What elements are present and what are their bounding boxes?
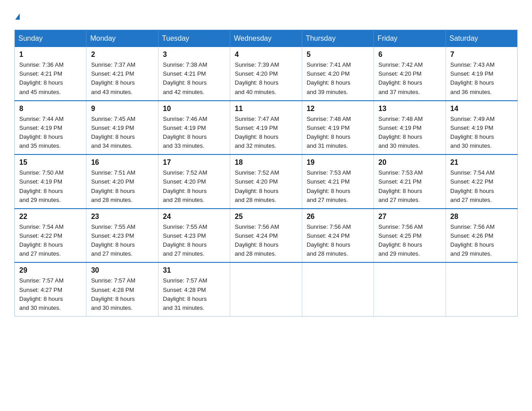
day-number: 27 (378, 213, 441, 221)
day-number: 5 (307, 51, 369, 59)
calendar-cell: 11 Sunrise: 7:47 AMSunset: 4:19 PMDaylig… (230, 101, 302, 155)
calendar-week-row: 8 Sunrise: 7:44 AMSunset: 4:19 PMDayligh… (15, 101, 518, 155)
day-info: Sunrise: 7:57 AMSunset: 4:27 PMDaylight:… (19, 277, 64, 311)
calendar-week-row: 22 Sunrise: 7:54 AMSunset: 4:22 PMDaylig… (15, 209, 518, 263)
day-number: 4 (235, 51, 297, 59)
calendar-cell: 8 Sunrise: 7:44 AMSunset: 4:19 PMDayligh… (15, 101, 86, 155)
day-info: Sunrise: 7:50 AMSunset: 4:19 PMDaylight:… (19, 169, 64, 203)
weekday-header-saturday: Saturday (446, 30, 517, 47)
calendar-cell: 3 Sunrise: 7:38 AMSunset: 4:21 PMDayligh… (158, 47, 230, 101)
calendar-cell: 22 Sunrise: 7:54 AMSunset: 4:22 PMDaylig… (15, 209, 86, 263)
day-info: Sunrise: 7:51 AMSunset: 4:20 PMDaylight:… (91, 169, 135, 203)
logo (14, 11, 20, 21)
calendar-cell: 18 Sunrise: 7:52 AMSunset: 4:20 PMDaylig… (230, 154, 302, 209)
calendar-week-row: 29 Sunrise: 7:57 AMSunset: 4:27 PMDaylig… (15, 262, 518, 316)
calendar-cell: 26 Sunrise: 7:56 AMSunset: 4:24 PMDaylig… (302, 209, 373, 263)
day-number: 28 (450, 213, 513, 221)
day-info: Sunrise: 7:52 AMSunset: 4:20 PMDaylight:… (235, 169, 279, 203)
logo-triangle-icon (15, 13, 20, 20)
day-number: 16 (91, 158, 153, 167)
calendar-cell: 16 Sunrise: 7:51 AMSunset: 4:20 PMDaylig… (86, 154, 158, 209)
page-header (14, 11, 518, 21)
day-info: Sunrise: 7:44 AMSunset: 4:19 PMDaylight:… (19, 116, 64, 149)
calendar-week-row: 1 Sunrise: 7:36 AMSunset: 4:21 PMDayligh… (15, 47, 518, 101)
calendar-cell: 10 Sunrise: 7:46 AMSunset: 4:19 PMDaylig… (158, 101, 230, 155)
day-number: 25 (235, 213, 297, 221)
day-number: 29 (19, 266, 82, 274)
day-info: Sunrise: 7:39 AMSunset: 4:20 PMDaylight:… (235, 61, 279, 95)
day-info: Sunrise: 7:52 AMSunset: 4:20 PMDaylight:… (163, 169, 207, 203)
day-info: Sunrise: 7:46 AMSunset: 4:19 PMDaylight:… (163, 116, 207, 149)
day-number: 10 (163, 105, 225, 113)
day-number: 8 (19, 105, 82, 113)
day-info: Sunrise: 7:56 AMSunset: 4:24 PMDaylight:… (307, 223, 351, 257)
day-number: 26 (307, 213, 369, 221)
day-info: Sunrise: 7:48 AMSunset: 4:19 PMDaylight:… (378, 116, 423, 149)
calendar-cell: 24 Sunrise: 7:55 AMSunset: 4:23 PMDaylig… (158, 209, 230, 263)
day-info: Sunrise: 7:37 AMSunset: 4:21 PMDaylight:… (91, 61, 135, 95)
day-number: 2 (91, 51, 153, 59)
calendar-cell: 23 Sunrise: 7:55 AMSunset: 4:23 PMDaylig… (86, 209, 158, 263)
day-info: Sunrise: 7:54 AMSunset: 4:22 PMDaylight:… (450, 169, 495, 203)
day-number: 11 (235, 105, 297, 113)
calendar-cell (230, 262, 302, 316)
calendar-cell: 17 Sunrise: 7:52 AMSunset: 4:20 PMDaylig… (158, 154, 230, 209)
day-info: Sunrise: 7:49 AMSunset: 4:19 PMDaylight:… (450, 116, 495, 149)
day-info: Sunrise: 7:41 AMSunset: 4:20 PMDaylight:… (307, 61, 351, 95)
calendar-cell: 14 Sunrise: 7:49 AMSunset: 4:19 PMDaylig… (446, 101, 517, 155)
calendar-cell (374, 262, 446, 316)
day-number: 1 (19, 51, 82, 59)
calendar-cell: 28 Sunrise: 7:56 AMSunset: 4:26 PMDaylig… (446, 209, 517, 263)
calendar-cell: 31 Sunrise: 7:57 AMSunset: 4:28 PMDaylig… (158, 262, 230, 316)
calendar-cell: 2 Sunrise: 7:37 AMSunset: 4:21 PMDayligh… (86, 47, 158, 101)
day-number: 9 (91, 105, 153, 113)
calendar-cell: 30 Sunrise: 7:57 AMSunset: 4:28 PMDaylig… (86, 262, 158, 316)
calendar-cell: 7 Sunrise: 7:43 AMSunset: 4:19 PMDayligh… (446, 47, 517, 101)
day-info: Sunrise: 7:38 AMSunset: 4:21 PMDaylight:… (163, 61, 207, 95)
day-info: Sunrise: 7:56 AMSunset: 4:25 PMDaylight:… (378, 223, 423, 257)
day-info: Sunrise: 7:56 AMSunset: 4:24 PMDaylight:… (235, 223, 279, 257)
weekday-header-thursday: Thursday (302, 30, 373, 47)
day-number: 6 (378, 51, 441, 59)
calendar-cell: 29 Sunrise: 7:57 AMSunset: 4:27 PMDaylig… (15, 262, 86, 316)
day-info: Sunrise: 7:56 AMSunset: 4:26 PMDaylight:… (450, 223, 495, 257)
day-info: Sunrise: 7:36 AMSunset: 4:21 PMDaylight:… (19, 61, 64, 95)
day-info: Sunrise: 7:53 AMSunset: 4:21 PMDaylight:… (307, 169, 351, 203)
day-number: 21 (450, 158, 513, 167)
calendar-cell: 6 Sunrise: 7:42 AMSunset: 4:20 PMDayligh… (374, 47, 446, 101)
calendar-cell (302, 262, 373, 316)
day-number: 19 (307, 158, 369, 167)
weekday-header-tuesday: Tuesday (158, 30, 230, 47)
calendar-cell (446, 262, 517, 316)
day-number: 14 (450, 105, 513, 113)
day-info: Sunrise: 7:55 AMSunset: 4:23 PMDaylight:… (163, 223, 207, 257)
calendar-cell: 27 Sunrise: 7:56 AMSunset: 4:25 PMDaylig… (374, 209, 446, 263)
day-number: 13 (378, 105, 441, 113)
calendar-cell: 15 Sunrise: 7:50 AMSunset: 4:19 PMDaylig… (15, 154, 86, 209)
logo-top-line (14, 11, 20, 21)
calendar-cell: 1 Sunrise: 7:36 AMSunset: 4:21 PMDayligh… (15, 47, 86, 101)
day-number: 12 (307, 105, 369, 113)
weekday-header-friday: Friday (374, 30, 446, 47)
weekday-header-row: SundayMondayTuesdayWednesdayThursdayFrid… (15, 30, 518, 47)
day-info: Sunrise: 7:42 AMSunset: 4:20 PMDaylight:… (378, 61, 423, 95)
day-number: 23 (91, 213, 153, 221)
calendar-table: SundayMondayTuesdayWednesdayThursdayFrid… (14, 30, 518, 317)
calendar-cell: 9 Sunrise: 7:45 AMSunset: 4:19 PMDayligh… (86, 101, 158, 155)
day-info: Sunrise: 7:47 AMSunset: 4:19 PMDaylight:… (235, 116, 279, 149)
day-number: 18 (235, 158, 297, 167)
day-number: 7 (450, 51, 513, 59)
day-number: 3 (163, 51, 225, 59)
weekday-header-wednesday: Wednesday (230, 30, 302, 47)
weekday-header-monday: Monday (86, 30, 158, 47)
day-info: Sunrise: 7:45 AMSunset: 4:19 PMDaylight:… (91, 116, 135, 149)
calendar-cell: 13 Sunrise: 7:48 AMSunset: 4:19 PMDaylig… (374, 101, 446, 155)
calendar-cell: 4 Sunrise: 7:39 AMSunset: 4:20 PMDayligh… (230, 47, 302, 101)
day-number: 24 (163, 213, 225, 221)
calendar-cell: 19 Sunrise: 7:53 AMSunset: 4:21 PMDaylig… (302, 154, 373, 209)
calendar-cell: 12 Sunrise: 7:48 AMSunset: 4:19 PMDaylig… (302, 101, 373, 155)
day-number: 17 (163, 158, 225, 167)
calendar-week-row: 15 Sunrise: 7:50 AMSunset: 4:19 PMDaylig… (15, 154, 518, 209)
day-number: 20 (378, 158, 441, 167)
day-number: 31 (163, 266, 225, 274)
